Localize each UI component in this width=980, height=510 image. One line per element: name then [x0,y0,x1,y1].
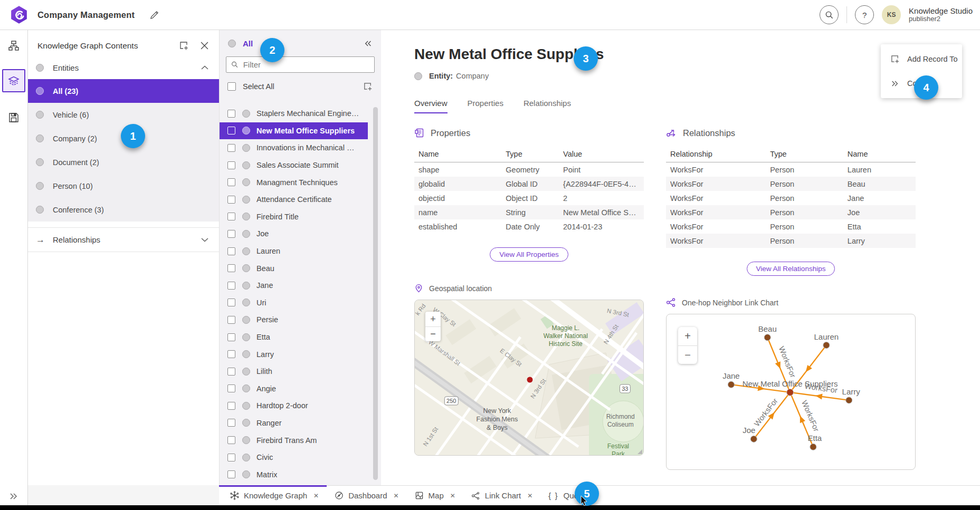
list-item[interactable]: Joe [220,225,381,243]
neighbor-node[interactable] [823,342,830,349]
list-item[interactable]: Ranger [220,415,381,432]
item-checkbox[interactable] [227,454,235,461]
app-logo-icon[interactable] [9,5,28,24]
zoom-in-button[interactable]: + [678,327,697,345]
record-link[interactable]: WorksFor [666,205,766,219]
list-item[interactable]: Innovations in Mechanical Engin... [220,139,381,157]
list-item[interactable]: Staplers Mechanical Engineering [220,105,381,122]
item-checkbox[interactable] [227,333,235,341]
item-checkbox[interactable] [227,161,235,169]
workspace-tab-link-chart[interactable]: Link Chart✕ [463,486,540,505]
close-tab-icon[interactable]: ✕ [527,492,532,499]
item-checkbox[interactable] [227,316,235,324]
item-checkbox[interactable] [227,213,235,220]
chevron-down-icon[interactable] [201,237,208,242]
item-checkbox[interactable] [227,144,235,152]
item-checkbox[interactable] [227,178,235,186]
list-item[interactable]: New Metal Office Suppliers [220,122,368,140]
view-all-properties-button[interactable]: View All Properties [490,247,568,262]
chevron-up-icon[interactable] [201,65,208,70]
item-checkbox[interactable] [227,127,235,134]
search-button[interactable] [820,5,839,24]
neighbor-node[interactable] [728,381,734,388]
close-tab-icon[interactable]: ✕ [313,492,319,499]
item-checkbox[interactable] [227,350,235,358]
select-all-checkbox[interactable] [227,82,236,91]
list-item[interactable]: Jane [220,277,381,294]
filter-input[interactable] [243,60,369,69]
geospatial-map[interactable]: k RdW Clay StW Marshall StE Clay StN 3rd… [414,300,644,456]
map-attribution-toggle-icon[interactable] [638,449,642,454]
list-item[interactable]: Firebird Title [220,208,381,226]
list-item[interactable]: Angie [220,380,381,398]
record-link[interactable]: WorksFor [666,234,766,248]
item-checkbox[interactable] [227,384,235,392]
contents-layers-icon[interactable] [2,69,25,92]
list-item[interactable]: Uri [220,294,381,312]
entity-type-row[interactable]: All (23) [28,79,219,103]
close-tab-icon[interactable]: ✕ [394,492,399,499]
tab-relationships[interactable]: Relationships [524,99,571,113]
list-item[interactable]: Hardtop 2-door [220,397,381,415]
item-checkbox[interactable] [227,436,235,444]
help-button[interactable]: ? [855,5,874,24]
relationships-section-header[interactable]: → Relationships [28,227,219,252]
list-scrollbar[interactable] [373,107,378,480]
entity-type-row[interactable]: Person (10) [28,174,219,198]
item-checkbox[interactable] [227,282,235,290]
record-link[interactable]: WorksFor [666,177,766,191]
list-item[interactable]: Sales Associate Summit [220,157,381,174]
zoom-in-button[interactable]: + [425,312,441,326]
list-item[interactable]: Firebird Trans Am [220,431,381,449]
tab-properties[interactable]: Properties [468,99,503,113]
record-link[interactable]: Lauren [843,162,916,177]
entity-type-row[interactable]: Conference (3) [28,198,219,222]
entity-type-row[interactable]: Vehicle (6) [28,103,219,127]
avatar[interactable]: KS [882,5,901,24]
record-link[interactable]: WorksFor [666,219,766,234]
item-checkbox[interactable] [227,368,235,376]
record-link[interactable]: WorksFor [666,162,766,177]
list-item[interactable]: Etta [220,329,381,346]
neighbor-node[interactable] [810,444,816,450]
expand-rail-icon[interactable] [9,493,18,500]
workspace-tab-knowledge-graph[interactable]: Knowledge Graph✕ [222,486,327,505]
record-link[interactable]: Larry [843,234,916,248]
list-item[interactable]: Persie [220,311,381,329]
neighbor-node[interactable] [750,436,757,442]
add-record-icon[interactable] [179,41,189,51]
item-checkbox[interactable] [227,419,235,427]
item-checkbox[interactable] [227,110,235,118]
workspace-tab-dashboard[interactable]: Dashboard✕ [327,486,406,505]
record-link[interactable]: Etta [843,219,916,234]
close-tab-icon[interactable]: ✕ [450,492,455,499]
item-checkbox[interactable] [227,264,235,272]
entity-type-row[interactable]: Document (2) [28,150,219,174]
data-model-icon[interactable] [2,34,25,57]
list-item[interactable]: Lauren [220,243,381,260]
save-icon[interactable] [2,106,25,129]
tab-overview[interactable]: Overview [414,99,448,113]
center-node[interactable] [787,389,794,396]
item-checkbox[interactable] [227,196,235,204]
list-item[interactable]: Managment Techniques [220,174,381,191]
record-link[interactable]: Joe [843,205,916,219]
item-checkbox[interactable] [227,230,235,238]
item-checkbox[interactable] [227,470,235,478]
zoom-out-button[interactable]: − [678,345,697,364]
list-item[interactable]: Matrix [220,466,381,483]
collapse-panel-icon[interactable] [364,40,373,47]
record-link[interactable]: Jane [843,191,916,205]
neighbor-node[interactable] [846,397,852,403]
list-item[interactable]: Attendance Certificate [220,191,381,208]
one-hop-link-chart[interactable]: WorksForWorksForWorksForWorksForBeauLaur… [666,314,916,470]
zoom-out-button[interactable]: − [425,326,441,341]
add-record-icon[interactable] [363,82,373,91]
menu-item-add-record-to[interactable]: Add Record To [881,47,962,71]
edit-title-icon[interactable] [149,10,159,20]
workspace-tab-map[interactable]: Map✕ [407,486,463,505]
list-item[interactable]: Larry [220,345,381,363]
close-panel-icon[interactable] [201,42,208,50]
record-link[interactable]: Beau [843,177,916,191]
item-checkbox[interactable] [227,299,235,306]
